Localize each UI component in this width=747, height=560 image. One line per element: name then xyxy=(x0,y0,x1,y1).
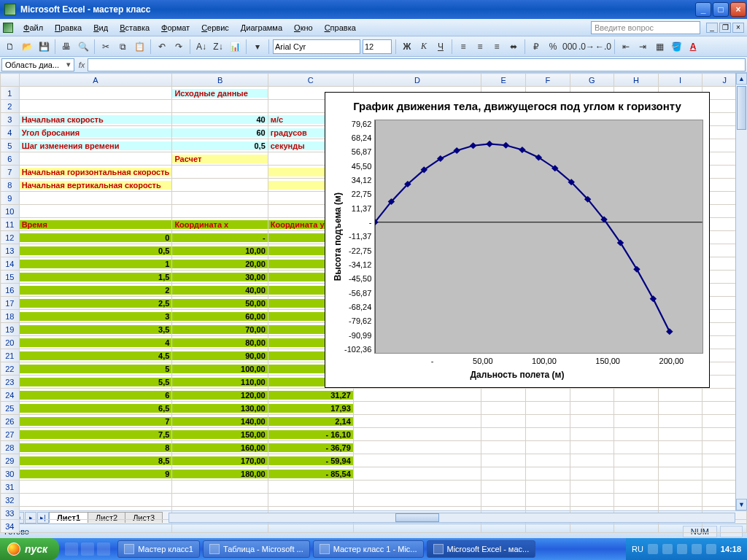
scrollbar-thumb[interactable] xyxy=(737,86,746,130)
decrease-indent-icon[interactable]: ⇤ xyxy=(619,39,633,54)
row-header-14[interactable]: 14 xyxy=(1,257,20,271)
help-search[interactable] xyxy=(591,21,700,34)
cell[interactable]: 20,00 xyxy=(172,260,267,268)
tray-clock[interactable]: 14:18 xyxy=(721,545,741,553)
cell[interactable]: 70,00 xyxy=(172,325,267,334)
cell[interactable]: 2,14 xyxy=(268,417,353,426)
tray-display-icon[interactable] xyxy=(706,544,716,554)
cell[interactable]: 160,00 xyxy=(172,443,267,452)
taskbar-item[interactable]: Таблица - Microsoft ... xyxy=(203,540,310,558)
row-header-33[interactable]: 33 xyxy=(1,507,20,520)
cell[interactable]: 4,5 xyxy=(20,351,172,360)
menu-правка[interactable]: Правка xyxy=(49,21,88,34)
cell[interactable]: 7 xyxy=(20,417,172,426)
menu-справка[interactable]: Справка xyxy=(319,21,362,34)
cell[interactable]: 90,00 xyxy=(172,351,267,360)
row-header-31[interactable]: 31 xyxy=(1,481,20,494)
row-header-20[interactable]: 20 xyxy=(1,336,20,349)
cell[interactable]: 5,5 xyxy=(20,378,172,386)
cell[interactable]: Исходные данные xyxy=(172,89,267,98)
cell[interactable]: 0,5 xyxy=(20,246,172,255)
mdi-minimize-button[interactable]: _ xyxy=(706,23,718,33)
font-name-select[interactable] xyxy=(273,39,360,54)
row-header-7[interactable]: 7 xyxy=(1,166,20,179)
menu-файл[interactable]: Файл xyxy=(18,21,49,34)
cell[interactable]: 80,00 xyxy=(172,338,267,347)
font-size-select[interactable] xyxy=(363,39,392,54)
cell[interactable]: 170,00 xyxy=(172,456,267,465)
save-icon[interactable]: 💾 xyxy=(36,39,51,54)
row-header-25[interactable]: 25 xyxy=(1,402,20,415)
cell[interactable]: 3,5 xyxy=(20,325,172,334)
increase-indent-icon[interactable]: ⇥ xyxy=(635,39,650,54)
window-close-button[interactable]: × xyxy=(730,2,746,17)
col-header-A[interactable]: A xyxy=(19,74,172,87)
cell[interactable]: 40,00 xyxy=(172,286,267,295)
horizontal-scrollbar[interactable] xyxy=(169,513,735,523)
fx-icon[interactable]: fx xyxy=(76,61,88,69)
merge-center-icon[interactable]: ⬌ xyxy=(506,39,521,54)
col-header-E[interactable]: E xyxy=(481,74,526,87)
cell[interactable]: Координата x xyxy=(172,220,267,229)
row-header-11[interactable]: 11 xyxy=(1,218,20,231)
chart-wizard-icon[interactable]: 📊 xyxy=(228,39,242,54)
scroll-up-button[interactable]: ▲ xyxy=(736,73,747,85)
window-minimize-button[interactable]: _ xyxy=(695,2,711,17)
row-header-26[interactable]: 26 xyxy=(1,415,20,428)
row-header-13[interactable]: 13 xyxy=(1,244,20,257)
ql-desktop-icon[interactable] xyxy=(65,542,78,556)
currency-icon[interactable]: ₽ xyxy=(529,39,543,54)
cell[interactable]: - 85,54 xyxy=(268,470,353,478)
cell[interactable]: 140,00 xyxy=(172,417,267,426)
percent-icon[interactable]: % xyxy=(546,39,560,54)
row-header-8[interactable]: 8 xyxy=(1,179,20,192)
row-header-34[interactable]: 34 xyxy=(1,520,20,533)
ql-ie-icon[interactable] xyxy=(81,542,94,556)
row-header-19[interactable]: 19 xyxy=(1,323,20,336)
tray-network-icon[interactable] xyxy=(677,544,687,554)
cell[interactable]: 60 xyxy=(172,128,267,137)
cell[interactable]: 8,5 xyxy=(20,456,172,465)
cell[interactable]: 6,5 xyxy=(20,404,172,413)
cell[interactable]: Расчет xyxy=(172,155,267,163)
cell[interactable]: Угол бросания xyxy=(20,128,172,137)
col-header-D[interactable]: D xyxy=(353,74,481,87)
cell[interactable]: Начальная скорость xyxy=(20,115,172,124)
menu-диаграмма[interactable]: Диаграмма xyxy=(235,21,288,34)
row-header-10[interactable]: 10 xyxy=(1,205,20,218)
chevron-down-icon[interactable]: ▾ xyxy=(66,60,71,69)
window-maximize-button[interactable]: □ xyxy=(713,2,729,17)
row-header-32[interactable]: 32 xyxy=(1,494,20,507)
row-header-18[interactable]: 18 xyxy=(1,310,20,323)
cell[interactable]: 1 xyxy=(20,260,172,268)
menu-сервис[interactable]: Сервис xyxy=(196,21,235,34)
row-header-1[interactable]: 1 xyxy=(1,87,20,100)
row-header-24[interactable]: 24 xyxy=(1,389,20,402)
redo-icon[interactable]: ↷ xyxy=(171,39,186,54)
col-header-I[interactable]: I xyxy=(658,74,703,87)
cell[interactable]: 0 xyxy=(20,233,172,242)
col-header-C[interactable]: C xyxy=(268,74,353,87)
cell[interactable]: 7,5 xyxy=(20,430,172,439)
cell[interactable]: 40 xyxy=(172,115,267,124)
cell[interactable]: - 59,94 xyxy=(268,456,353,465)
cell[interactable]: 8 xyxy=(20,443,172,452)
cell[interactable]: - 16,10 xyxy=(268,430,353,439)
menu-формат[interactable]: Формат xyxy=(155,21,196,34)
comma-icon[interactable]: 000 xyxy=(562,39,577,54)
undo-icon[interactable]: ↶ xyxy=(155,39,169,54)
cell[interactable]: 31,27 xyxy=(268,391,353,400)
font-color-icon[interactable]: A xyxy=(686,39,700,54)
increase-decimal-icon[interactable]: .0→ xyxy=(579,39,594,54)
cell[interactable]: 120,00 xyxy=(172,391,267,400)
open-file-icon[interactable]: 📂 xyxy=(20,39,34,54)
ql-media-icon[interactable] xyxy=(97,542,110,556)
col-header-F[interactable]: F xyxy=(525,74,570,87)
zoom-dropdown[interactable]: ▾ xyxy=(250,39,265,54)
row-header-4[interactable]: 4 xyxy=(1,126,20,139)
select-all-corner[interactable] xyxy=(1,74,20,87)
row-header-16[interactable]: 16 xyxy=(1,284,20,297)
name-box[interactable]: Область диа... ▾ xyxy=(1,58,74,71)
taskbar-item[interactable]: Мастер класс1 xyxy=(117,540,200,558)
cell[interactable]: 130,00 xyxy=(172,404,267,413)
